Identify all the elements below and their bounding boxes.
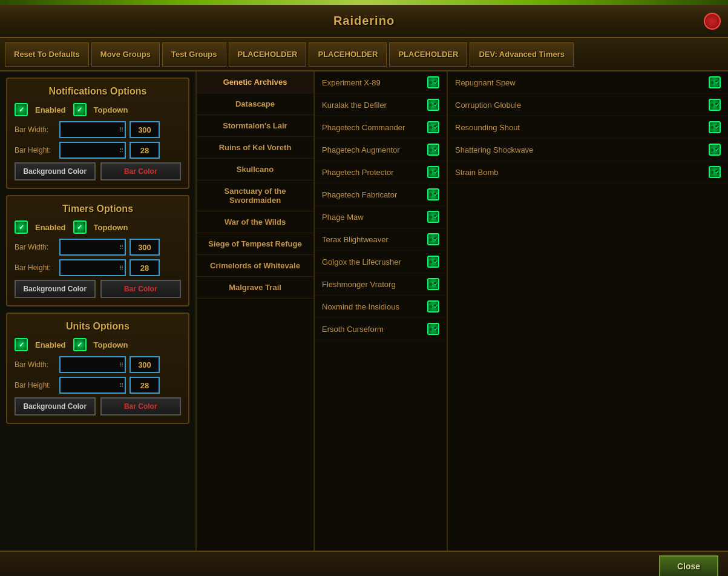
zone-item-siege-tempest-refuge[interactable]: Siege of Tempest Refuge: [197, 233, 313, 255]
timers-bgcolor-button[interactable]: Background Color: [15, 280, 96, 298]
units-barheight-value: 28: [130, 377, 160, 394]
zone-item-malgrave-trail[interactable]: Malgrave Trail: [197, 277, 313, 299]
timers-topdown-label: Topdown: [94, 223, 128, 232]
ability-checkbox-resounding-shout[interactable]: [709, 121, 721, 133]
boss-checkbox-experiment-x89[interactable]: [427, 76, 439, 88]
units-enabled-checkbox[interactable]: [15, 338, 28, 351]
timers-color-buttons: Background Color Bar Color: [15, 280, 181, 298]
timers-barheight-input[interactable]: [59, 259, 126, 276]
notifications-barheight-input[interactable]: [59, 142, 126, 159]
zone-item-sanctuary-swordmaiden[interactable]: Sanctuary of the Swordmaiden: [197, 180, 313, 211]
reset-defaults-button[interactable]: Reset To Defaults: [5, 42, 89, 67]
timers-title: Timers Options: [15, 204, 181, 214]
zone-item-skullcano[interactable]: Skullcano: [197, 159, 313, 180]
boss-item-fleshmonger-vratorg[interactable]: Fleshmonger Vratorg: [315, 273, 447, 296]
timers-topdown-checkbox[interactable]: [73, 220, 87, 234]
units-barwidth-value: 300: [130, 356, 160, 373]
notifications-barwidth-input[interactable]: [59, 121, 126, 138]
boss-label-phage-maw: Phage Maw: [322, 213, 364, 222]
units-barcolor-button[interactable]: Bar Color: [100, 397, 182, 415]
boss-item-kuralak-defiler[interactable]: Kuralak the Defiler: [315, 94, 447, 116]
boss-checkbox-kuralak-defiler[interactable]: [427, 99, 439, 111]
boss-item-phagetech-augmentor[interactable]: Phagetech Augmentor: [315, 139, 447, 161]
main-content: Notifications Options Enabled Topdown Ba…: [0, 71, 728, 551]
boss-checkbox-ersoth-curseform[interactable]: [427, 323, 439, 335]
left-panel: Notifications Options Enabled Topdown Ba…: [0, 71, 197, 551]
boss-checkbox-noxmind-insidious[interactable]: [427, 300, 439, 313]
dev-timers-button[interactable]: DEV: Advanced Timers: [470, 42, 574, 67]
units-options-box: Units Options Enabled Topdown Bar Width:…: [6, 313, 189, 424]
boss-item-ersoth-curseform[interactable]: Ersoth Curseform: [315, 318, 447, 340]
boss-item-experiment-x89[interactable]: Experiment X-89: [315, 71, 447, 94]
bottom-bar: Close: [0, 551, 728, 576]
ability-item-corruption-globule[interactable]: Corruption Globule: [448, 94, 728, 116]
placeholder2-button[interactable]: PLACEHOLDER: [309, 42, 387, 67]
boss-label-noxmind-insidious: Noxmind the Insidious: [322, 302, 399, 311]
test-groups-button[interactable]: Test Groups: [162, 42, 226, 67]
notifications-enabled-checkbox[interactable]: [15, 103, 28, 116]
ability-checkbox-corruption-globule[interactable]: [709, 99, 721, 111]
ability-label-corruption-globule: Corruption Globule: [455, 101, 521, 110]
boss-item-golgox-lifecrusher[interactable]: Golgox the Lifecrusher: [315, 251, 447, 273]
boss-item-phage-maw[interactable]: Phage Maw: [315, 206, 447, 228]
units-barheight-input[interactable]: [59, 377, 126, 394]
timers-enabled-checkbox[interactable]: [15, 220, 28, 234]
boss-checkbox-phage-maw[interactable]: [427, 211, 439, 223]
zone-item-datascape[interactable]: Datascape: [197, 93, 313, 115]
boss-checkbox-phagetech-commander[interactable]: [427, 121, 439, 133]
boss-label-phagetech-commander: Phagetech Commander: [322, 123, 405, 132]
ability-item-shattering-shockwave[interactable]: Shattering Shockwave: [448, 139, 728, 161]
ability-checkbox-repugnant-spew[interactable]: [709, 76, 721, 88]
notifications-enabled-label: Enabled: [35, 105, 66, 114]
ability-label-shattering-shockwave: Shattering Shockwave: [455, 145, 533, 154]
ability-label-repugnant-spew: Repugnant Spew: [455, 78, 516, 87]
zone-item-war-of-wilds[interactable]: War of the Wilds: [197, 211, 313, 233]
boss-item-terax-blightweaver[interactable]: Terax Blightweaver: [315, 228, 447, 251]
units-bgcolor-button[interactable]: Background Color: [15, 397, 96, 415]
move-groups-button[interactable]: Move Groups: [91, 42, 160, 67]
ability-checkbox-shattering-shockwave[interactable]: [709, 144, 721, 156]
boss-item-noxmind-insidious[interactable]: Noxmind the Insidious: [315, 296, 447, 318]
notifications-barheight-value: 28: [130, 142, 160, 159]
boss-item-phagetech-commander[interactable]: Phagetech Commander: [315, 116, 447, 139]
boss-checkbox-terax-blightweaver[interactable]: [427, 233, 439, 245]
notifications-barcolor-button[interactable]: Bar Color: [100, 162, 182, 180]
ability-item-strain-bomb[interactable]: Strain Bomb: [448, 161, 728, 184]
timers-barwidth-label: Bar Width:: [15, 243, 56, 251]
zone-item-stormtalons-lair[interactable]: Stormtalon's Lair: [197, 115, 313, 137]
timers-barwidth-input[interactable]: [59, 239, 126, 256]
boss-checkbox-phagetech-protector[interactable]: [427, 166, 439, 178]
notifications-enabled-row: Enabled Topdown: [15, 103, 181, 116]
app-title: Raiderino: [333, 14, 395, 28]
boss-checkbox-phagetech-fabricator[interactable]: [427, 188, 439, 200]
boss-checkbox-phagetech-augmentor[interactable]: [427, 144, 439, 156]
notifications-bgcolor-button[interactable]: Background Color: [15, 162, 96, 180]
units-topdown-checkbox[interactable]: [73, 338, 87, 351]
ability-item-repugnant-spew[interactable]: Repugnant Spew: [448, 71, 728, 94]
timers-enabled-row: Enabled Topdown: [15, 220, 181, 234]
ability-checkbox-strain-bomb[interactable]: [709, 166, 721, 178]
boss-checkbox-fleshmonger-vratorg[interactable]: [427, 278, 439, 290]
zone-item-crimelords-whitevale[interactable]: Crimelords of Whitevale: [197, 255, 313, 277]
boss-checkbox-golgox-lifecrusher[interactable]: [427, 256, 439, 268]
timers-options-box: Timers Options Enabled Topdown Bar Width…: [6, 195, 189, 306]
boss-label-terax-blightweaver: Terax Blightweaver: [322, 235, 389, 244]
placeholder3-button[interactable]: PLACEHOLDER: [389, 42, 467, 67]
units-barheight-label: Bar Height:: [15, 381, 56, 389]
boss-item-phagetech-protector[interactable]: Phagetech Protector: [315, 161, 447, 184]
notifications-topdown-checkbox[interactable]: [73, 103, 87, 116]
ability-item-resounding-shout[interactable]: Resounding Shout: [448, 116, 728, 139]
units-barwidth-input[interactable]: [59, 356, 126, 373]
boss-item-phagetech-fabricator[interactable]: Phagetech Fabricator: [315, 184, 447, 206]
zone-item-ruins-kel-voreth[interactable]: Ruins of Kel Voreth: [197, 137, 313, 159]
title-close-button[interactable]: [704, 13, 721, 30]
timers-barwidth-value: 300: [130, 239, 160, 256]
placeholder1-button[interactable]: PLACEHOLDER: [229, 42, 307, 67]
abilities-panel: Repugnant SpewCorruption GlobuleResoundi…: [448, 71, 728, 551]
timers-barcolor-button[interactable]: Bar Color: [100, 280, 182, 298]
timers-enabled-label: Enabled: [35, 223, 66, 232]
notifications-title: Notifications Options: [15, 86, 181, 97]
close-button[interactable]: Close: [659, 555, 718, 576]
zone-item-genetic-archives[interactable]: Genetic Archives: [197, 71, 313, 93]
notifications-barheight-label: Bar Height:: [15, 146, 56, 154]
